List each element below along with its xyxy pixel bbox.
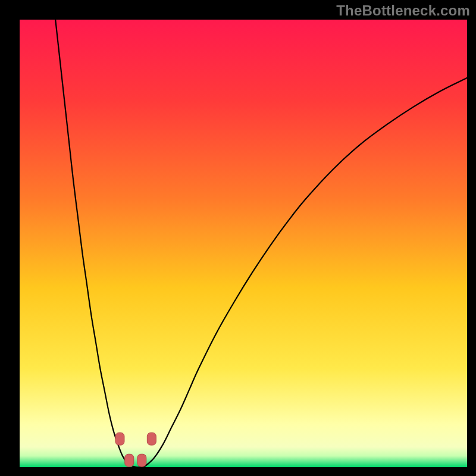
watermark-text: TheBottleneck.com bbox=[336, 2, 470, 19]
chart-svg bbox=[20, 20, 467, 467]
plot-area bbox=[20, 20, 467, 467]
curve-marker bbox=[137, 454, 146, 466]
chart-frame: TheBottleneck.com bbox=[0, 0, 476, 476]
curve-marker bbox=[115, 433, 124, 445]
curve-marker bbox=[125, 454, 134, 466]
curve-marker bbox=[147, 433, 156, 445]
gradient-background bbox=[20, 20, 467, 467]
